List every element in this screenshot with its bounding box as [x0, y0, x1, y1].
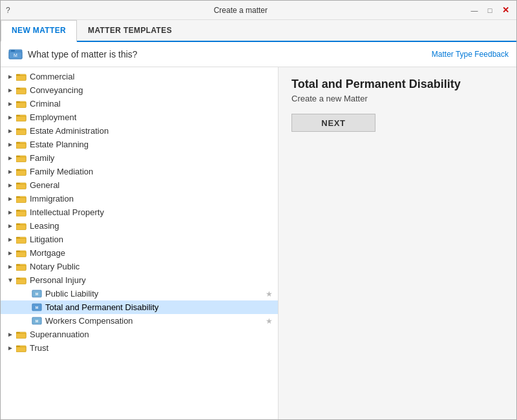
tree-label-leasing: Leasing [30, 221, 59, 231]
matter-type-icon: M [8, 47, 23, 61]
feedback-link[interactable]: Matter Type Feedback [432, 50, 509, 59]
expand-btn-family-mediation[interactable]: ► [6, 167, 15, 176]
main-window: ? Create a matter — □ ✕ NEW MATTER MATTE… [0, 0, 517, 420]
tree-item-employment[interactable]: ► Employment [1, 110, 278, 124]
svg-text:M: M [14, 53, 17, 58]
tree-label-litigation: Litigation [30, 235, 63, 244]
tree-label-general: General [30, 180, 59, 190]
expand-btn-commercial[interactable]: ► [6, 72, 15, 81]
svg-text:M: M [36, 292, 39, 296]
expand-btn-notary-public[interactable]: ► [6, 262, 15, 271]
header-left: M What type of matter is this? [8, 47, 138, 61]
expand-btn-immigration[interactable]: ► [6, 194, 15, 204]
window-controls: — □ ✕ [469, 5, 511, 16]
tree-list[interactable]: ► Commercial► Conveyancing► Criminal► Em… [1, 67, 278, 419]
tree-item-total-permanent-disability[interactable]: M Total and Permanent Disability [1, 300, 278, 314]
expand-btn-mortgage[interactable]: ► [6, 249, 15, 258]
tabs-bar: NEW MATTER MATTER TEMPLATES [1, 20, 516, 42]
expand-btn-superannuation[interactable]: ► [6, 330, 15, 339]
expand-btn-intellectual-property[interactable]: ► [6, 208, 15, 217]
right-panel: Total and Permanent Disability Create a … [279, 67, 516, 419]
tree-label-trust: Trust [30, 343, 48, 353]
tree-label-employment: Employment [30, 112, 76, 122]
svg-text:M: M [36, 306, 39, 310]
tree-label-intellectual-property: Intellectual Property [30, 207, 104, 217]
tree-item-personal-injury[interactable]: ▼ Personal Injury [1, 273, 278, 287]
maximize-button[interactable]: □ [484, 5, 496, 16]
expand-btn-leasing[interactable]: ► [6, 222, 15, 231]
tree-label-public-liability: Public Liability [45, 289, 98, 299]
title-bar: ? Create a matter — □ ✕ [1, 1, 516, 20]
tree-item-mortgage[interactable]: ► Mortgage [1, 246, 278, 260]
expand-btn-estate-planning[interactable]: ► [6, 140, 15, 149]
tree-label-criminal: Criminal [30, 99, 61, 109]
svg-rect-2 [11, 50, 15, 52]
tree-label-notary-public: Notary Public [30, 262, 79, 271]
tree-label-family-mediation: Family Mediation [30, 167, 93, 176]
expand-btn-employment[interactable]: ► [6, 113, 15, 122]
tree-label-estate-planning: Estate Planning [30, 140, 89, 149]
window-title: Create a matter [13, 6, 469, 15]
tab-matter-templates[interactable]: MATTER TEMPLATES [77, 20, 183, 41]
tree-item-general[interactable]: ► General [1, 178, 278, 192]
expand-btn-litigation[interactable]: ► [6, 235, 15, 244]
header-bar: M What type of matter is this? Matter Ty… [1, 42, 516, 67]
tree-label-conveyancing: Conveyancing [30, 85, 83, 95]
tree-item-commercial[interactable]: ► Commercial [1, 70, 278, 83]
detail-title: Total and Permanent Disability [291, 78, 503, 91]
tree-item-immigration[interactable]: ► Immigration [1, 192, 278, 205]
tree-item-trust[interactable]: ► Trust [1, 341, 278, 355]
svg-text:M: M [36, 319, 39, 323]
tree-item-conveyancing[interactable]: ► Conveyancing [1, 83, 278, 97]
tree-label-workers-compensation: Workers Compensation [45, 316, 133, 326]
left-panel: ► Commercial► Conveyancing► Criminal► Em… [1, 67, 279, 419]
tree-label-estate-administration: Estate Administration [30, 126, 109, 136]
tree-item-intellectual-property[interactable]: ► Intellectual Property [1, 205, 278, 219]
tree-item-estate-planning[interactable]: ► Estate Planning [1, 138, 278, 151]
tree-label-commercial: Commercial [30, 72, 74, 81]
tree-item-superannuation[interactable]: ► Superannuation [1, 328, 278, 341]
tree-item-family-mediation[interactable]: ► Family Mediation [1, 165, 278, 178]
tree-item-criminal[interactable]: ► Criminal [1, 97, 278, 110]
tab-new-matter[interactable]: NEW MATTER [1, 20, 77, 42]
tree-label-personal-injury: Personal Injury [30, 275, 86, 285]
expand-btn-personal-injury[interactable]: ▼ [6, 276, 15, 285]
next-button[interactable]: NEXT [291, 114, 375, 132]
tree-item-litigation[interactable]: ► Litigation [1, 233, 278, 246]
tree-label-family: Family [30, 153, 54, 163]
tree-label-superannuation: Superannuation [30, 330, 89, 339]
tree-item-family[interactable]: ► Family [1, 151, 278, 165]
tree-label-immigration: Immigration [30, 194, 74, 204]
tree-item-public-liability[interactable]: M Public Liability★ [1, 287, 278, 300]
expand-btn-estate-administration[interactable]: ► [6, 127, 15, 136]
expand-btn-criminal[interactable]: ► [6, 100, 15, 109]
tree-label-total-permanent-disability: Total and Permanent Disability [45, 302, 159, 312]
tree-item-leasing[interactable]: ► Leasing [1, 219, 278, 233]
tree-label-mortgage: Mortgage [30, 248, 65, 258]
minimize-button[interactable]: — [469, 5, 480, 16]
star-icon-workers-compensation[interactable]: ★ [266, 317, 273, 326]
tree-item-estate-administration[interactable]: ► Estate Administration [1, 124, 278, 138]
tree-item-notary-public[interactable]: ► Notary Public [1, 260, 278, 273]
expand-btn-general[interactable]: ► [6, 181, 15, 190]
content-area: ► Commercial► Conveyancing► Criminal► Em… [1, 67, 516, 419]
header-title: What type of matter is this? [28, 49, 138, 59]
close-button[interactable]: ✕ [500, 5, 511, 16]
star-icon-public-liability[interactable]: ★ [266, 289, 273, 299]
tree-item-workers-compensation[interactable]: M Workers Compensation★ [1, 314, 278, 328]
help-button[interactable]: ? [6, 6, 10, 15]
expand-btn-family[interactable]: ► [6, 154, 15, 163]
expand-btn-conveyancing[interactable]: ► [6, 86, 15, 95]
expand-btn-trust[interactable]: ► [6, 344, 15, 353]
detail-subtitle: Create a new Matter [291, 94, 503, 103]
